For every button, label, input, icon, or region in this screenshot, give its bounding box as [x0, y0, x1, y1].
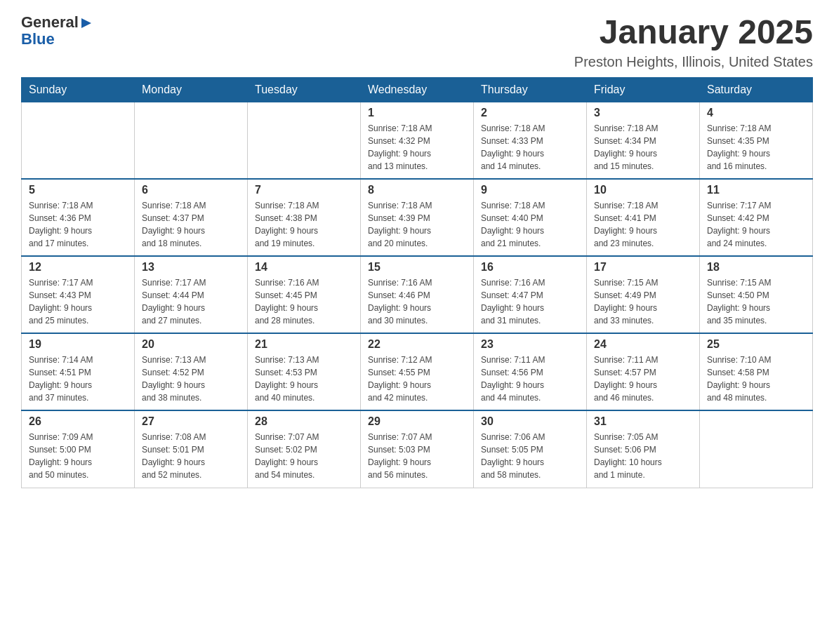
day-number: 23: [481, 338, 579, 351]
day-number: 12: [29, 261, 127, 274]
logo-arrow-icon: [80, 17, 93, 29]
calendar-cell-w5d1: 26Sunrise: 7:09 AMSunset: 5:00 PMDayligh…: [22, 410, 135, 488]
calendar-cell-w1d6: 3Sunrise: 7:18 AMSunset: 4:34 PMDaylight…: [587, 102, 700, 179]
day-info: Sunrise: 7:18 AMSunset: 4:40 PMDaylight:…: [481, 199, 579, 250]
day-number: 24: [594, 338, 692, 351]
day-info: Sunrise: 7:11 AMSunset: 4:56 PMDaylight:…: [481, 354, 579, 404]
page-header: General Blue January 2025 Preston Height…: [21, 14, 813, 70]
header-thursday: Thursday: [474, 77, 587, 102]
day-info: Sunrise: 7:13 AMSunset: 4:53 PMDaylight:…: [255, 354, 353, 404]
calendar-week-2: 5Sunrise: 7:18 AMSunset: 4:36 PMDaylight…: [22, 179, 813, 256]
day-info: Sunrise: 7:08 AMSunset: 5:01 PMDaylight:…: [142, 431, 240, 481]
day-info: Sunrise: 7:18 AMSunset: 4:37 PMDaylight:…: [142, 199, 240, 250]
calendar-table: Sunday Monday Tuesday Wednesday Thursday…: [21, 77, 813, 488]
day-number: 30: [481, 415, 579, 428]
calendar-week-1: 1Sunrise: 7:18 AMSunset: 4:32 PMDaylight…: [22, 102, 813, 179]
day-number: 16: [481, 261, 579, 274]
day-number: 4: [707, 107, 805, 119]
calendar-cell-w1d7: 4Sunrise: 7:18 AMSunset: 4:35 PMDaylight…: [700, 102, 813, 179]
day-number: 19: [29, 338, 127, 351]
day-info: Sunrise: 7:16 AMSunset: 4:45 PMDaylight:…: [255, 276, 353, 327]
day-number: 20: [142, 338, 240, 351]
day-info: Sunrise: 7:05 AMSunset: 5:06 PMDaylight:…: [594, 431, 692, 481]
calendar-cell-w1d2: [135, 102, 248, 179]
calendar-cell-w5d5: 30Sunrise: 7:06 AMSunset: 5:05 PMDayligh…: [474, 410, 587, 488]
calendar-cell-w1d4: 1Sunrise: 7:18 AMSunset: 4:32 PMDaylight…: [361, 102, 474, 179]
day-number: 29: [368, 415, 466, 428]
calendar-cell-w2d6: 10Sunrise: 7:18 AMSunset: 4:41 PMDayligh…: [587, 179, 700, 256]
logo: General Blue: [21, 14, 93, 48]
day-info: Sunrise: 7:16 AMSunset: 4:46 PMDaylight:…: [368, 276, 466, 327]
day-number: 17: [594, 261, 692, 274]
day-info: Sunrise: 7:17 AMSunset: 4:43 PMDaylight:…: [29, 276, 127, 327]
logo-blue: Blue: [21, 31, 93, 48]
calendar-cell-w4d5: 23Sunrise: 7:11 AMSunset: 4:56 PMDayligh…: [474, 333, 587, 410]
day-info: Sunrise: 7:18 AMSunset: 4:33 PMDaylight:…: [481, 122, 579, 173]
calendar-cell-w3d7: 18Sunrise: 7:15 AMSunset: 4:50 PMDayligh…: [700, 256, 813, 333]
day-number: 18: [707, 261, 805, 274]
header-tuesday: Tuesday: [248, 77, 361, 102]
day-number: 6: [142, 184, 240, 196]
day-info: Sunrise: 7:18 AMSunset: 4:34 PMDaylight:…: [594, 122, 692, 173]
day-info: Sunrise: 7:18 AMSunset: 4:35 PMDaylight:…: [707, 122, 805, 173]
calendar-header-row: Sunday Monday Tuesday Wednesday Thursday…: [22, 77, 813, 102]
day-number: 11: [707, 184, 805, 196]
day-number: 8: [368, 184, 466, 196]
calendar-cell-w5d2: 27Sunrise: 7:08 AMSunset: 5:01 PMDayligh…: [135, 410, 248, 488]
logo-general: General: [21, 14, 79, 31]
day-info: Sunrise: 7:10 AMSunset: 4:58 PMDaylight:…: [707, 354, 805, 404]
calendar-title: January 2025: [574, 14, 813, 51]
day-number: 31: [594, 415, 692, 428]
day-info: Sunrise: 7:06 AMSunset: 5:05 PMDaylight:…: [481, 431, 579, 481]
day-number: 3: [594, 107, 692, 119]
day-number: 26: [29, 415, 127, 428]
calendar-week-5: 26Sunrise: 7:09 AMSunset: 5:00 PMDayligh…: [22, 410, 813, 488]
header-sunday: Sunday: [22, 77, 135, 102]
day-number: 13: [142, 261, 240, 274]
calendar-cell-w4d6: 24Sunrise: 7:11 AMSunset: 4:57 PMDayligh…: [587, 333, 700, 410]
day-info: Sunrise: 7:18 AMSunset: 4:36 PMDaylight:…: [29, 199, 127, 250]
day-info: Sunrise: 7:12 AMSunset: 4:55 PMDaylight:…: [368, 354, 466, 404]
day-info: Sunrise: 7:13 AMSunset: 4:52 PMDaylight:…: [142, 354, 240, 404]
day-number: 27: [142, 415, 240, 428]
calendar-cell-w2d7: 11Sunrise: 7:17 AMSunset: 4:42 PMDayligh…: [700, 179, 813, 256]
calendar-cell-w3d3: 14Sunrise: 7:16 AMSunset: 4:45 PMDayligh…: [248, 256, 361, 333]
day-info: Sunrise: 7:15 AMSunset: 4:50 PMDaylight:…: [707, 276, 805, 327]
day-number: 14: [255, 261, 353, 274]
day-number: 9: [481, 184, 579, 196]
header-friday: Friday: [587, 77, 700, 102]
day-number: 21: [255, 338, 353, 351]
svg-marker-0: [81, 18, 91, 28]
day-info: Sunrise: 7:15 AMSunset: 4:49 PMDaylight:…: [594, 276, 692, 327]
calendar-cell-w1d3: [248, 102, 361, 179]
calendar-cell-w3d2: 13Sunrise: 7:17 AMSunset: 4:44 PMDayligh…: [135, 256, 248, 333]
calendar-week-4: 19Sunrise: 7:14 AMSunset: 4:51 PMDayligh…: [22, 333, 813, 410]
calendar-cell-w5d3: 28Sunrise: 7:07 AMSunset: 5:02 PMDayligh…: [248, 410, 361, 488]
day-info: Sunrise: 7:14 AMSunset: 4:51 PMDaylight:…: [29, 354, 127, 404]
calendar-cell-w2d5: 9Sunrise: 7:18 AMSunset: 4:40 PMDaylight…: [474, 179, 587, 256]
day-number: 5: [29, 184, 127, 196]
day-info: Sunrise: 7:18 AMSunset: 4:41 PMDaylight:…: [594, 199, 692, 250]
day-info: Sunrise: 7:09 AMSunset: 5:00 PMDaylight:…: [29, 431, 127, 481]
calendar-cell-w1d5: 2Sunrise: 7:18 AMSunset: 4:33 PMDaylight…: [474, 102, 587, 179]
calendar-cell-w3d4: 15Sunrise: 7:16 AMSunset: 4:46 PMDayligh…: [361, 256, 474, 333]
day-info: Sunrise: 7:18 AMSunset: 4:38 PMDaylight:…: [255, 199, 353, 250]
day-info: Sunrise: 7:07 AMSunset: 5:03 PMDaylight:…: [368, 431, 466, 481]
calendar-cell-w4d2: 20Sunrise: 7:13 AMSunset: 4:52 PMDayligh…: [135, 333, 248, 410]
day-number: 15: [368, 261, 466, 274]
calendar-cell-w4d3: 21Sunrise: 7:13 AMSunset: 4:53 PMDayligh…: [248, 333, 361, 410]
calendar-cell-w3d6: 17Sunrise: 7:15 AMSunset: 4:49 PMDayligh…: [587, 256, 700, 333]
calendar-cell-w4d7: 25Sunrise: 7:10 AMSunset: 4:58 PMDayligh…: [700, 333, 813, 410]
day-info: Sunrise: 7:16 AMSunset: 4:47 PMDaylight:…: [481, 276, 579, 327]
calendar-cell-w5d4: 29Sunrise: 7:07 AMSunset: 5:03 PMDayligh…: [361, 410, 474, 488]
calendar-cell-w5d7: [700, 410, 813, 488]
day-number: 10: [594, 184, 692, 196]
day-number: 25: [707, 338, 805, 351]
calendar-subtitle: Preston Heights, Illinois, United States: [574, 54, 813, 70]
header-wednesday: Wednesday: [361, 77, 474, 102]
day-info: Sunrise: 7:17 AMSunset: 4:44 PMDaylight:…: [142, 276, 240, 327]
calendar-cell-w4d4: 22Sunrise: 7:12 AMSunset: 4:55 PMDayligh…: [361, 333, 474, 410]
calendar-cell-w2d4: 8Sunrise: 7:18 AMSunset: 4:39 PMDaylight…: [361, 179, 474, 256]
calendar-week-3: 12Sunrise: 7:17 AMSunset: 4:43 PMDayligh…: [22, 256, 813, 333]
day-number: 7: [255, 184, 353, 196]
